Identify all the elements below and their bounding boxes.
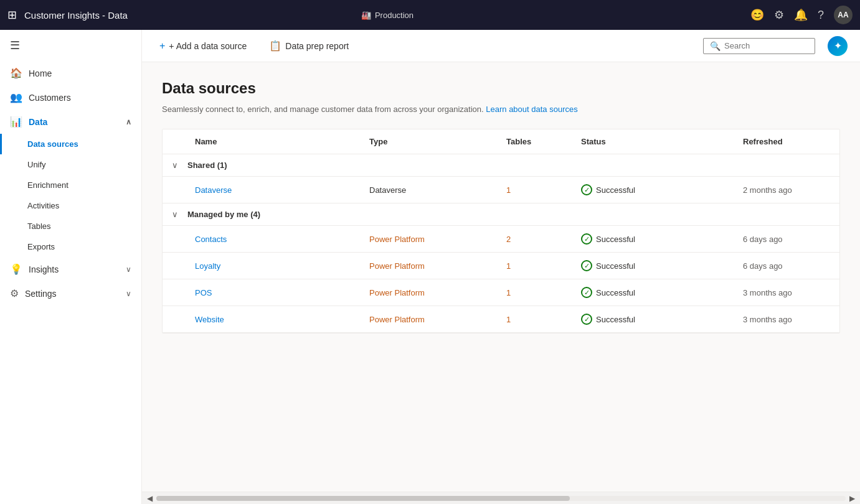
row-status-pos: ✓ Successful [574,287,735,298]
unify-label: Unify [27,160,46,169]
status-icon-contacts: ✓ [581,233,592,245]
insights-expand-icon: ∨ [126,265,131,274]
learn-link[interactable]: Learn about data sources [486,105,577,114]
settings-icon[interactable]: ⚙ [774,8,784,22]
avatar[interactable]: AA [834,6,853,24]
group-shared-label: Shared (1) [187,161,839,170]
data-sources-label: Data sources [27,139,78,149]
sidebar-item-tables[interactable]: Tables [0,216,141,236]
hamburger-button[interactable]: ☰ [0,30,141,61]
page-title: Data sources [162,80,840,97]
row-tables-pos: 1 [499,288,574,297]
table-row: Loyalty Power Platform 1 ✓ Successful 6 … [163,253,839,279]
row-tables-loyalty: 1 [499,261,574,271]
table-row: Website Power Platform 1 ✓ Successful 3 … [163,306,839,333]
env-label: Production [375,11,413,20]
scroll-thumb[interactable] [156,496,570,501]
group-managed-label: Managed by me (4) [187,210,839,219]
toolbar: + + Add a data source 📋 Data prep report… [142,30,860,62]
sidebar-item-home[interactable]: 🏠 Home [0,61,141,85]
col-type[interactable]: Type [362,137,499,146]
topbar-icons: 😊 ⚙ 🔔 ? AA [750,6,853,24]
row-name-contacts[interactable]: Contacts [187,235,362,244]
horizontal-scrollbar: ◀ ▶ [142,492,860,504]
data-icon: 📊 [10,116,22,128]
row-name-dataverse[interactable]: Dataverse [187,185,362,195]
sidebar-item-unify[interactable]: Unify [0,154,141,175]
env-selector[interactable]: 🏭 Production [361,11,413,20]
bell-icon[interactable]: 🔔 [794,8,808,22]
row-type-website: Power Platform [362,315,499,324]
row-tables-dataverse: 1 [499,185,574,195]
enrichment-label: Enrichment [27,180,69,190]
search-box[interactable]: 🔍 [703,38,815,54]
col-expand [163,137,187,146]
status-icon-loyalty: ✓ [581,260,592,271]
sidebar-item-insights[interactable]: 💡 Insights ∨ [0,257,141,281]
sidebar-item-enrichment[interactable]: Enrichment [0,175,141,195]
copilot-button[interactable]: ✦ [828,36,848,56]
search-icon: 🔍 [710,41,721,51]
col-refreshed[interactable]: Refreshed [735,137,840,146]
main-content: Data sources Seamlessly connect to, enri… [142,62,860,492]
topbar: ⊞ Customer Insights - Data 🏭 Production … [0,0,860,30]
sidebar-item-customers[interactable]: 👥 Customers [0,85,141,110]
report-icon: 📋 [269,40,281,52]
group-managed-expand[interactable]: ∨ [163,210,187,219]
col-tables[interactable]: Tables [499,137,574,146]
status-icon-dataverse: ✓ [581,184,592,195]
row-status-loyalty: ✓ Successful [574,260,735,271]
row-name-pos[interactable]: POS [187,288,362,297]
row-type-contacts: Power Platform [362,235,499,244]
status-label-dataverse: Successful [596,185,635,195]
table-row: Dataverse Dataverse 1 ✓ Successful 2 mon… [163,177,839,203]
row-refreshed-dataverse: 2 months ago [735,185,840,195]
table-header: Name Type Tables Status Refreshed [163,129,839,154]
sidebar-item-settings[interactable]: ⚙ Settings ∨ [0,281,141,306]
add-icon: + [159,40,165,52]
row-tables-website: 1 [499,315,574,324]
scroll-track[interactable] [156,496,846,501]
row-name-loyalty[interactable]: Loyalty [187,261,362,271]
status-icon-website: ✓ [581,314,592,325]
sidebar-item-data[interactable]: 📊 Data ∧ [0,110,141,134]
row-name-website[interactable]: Website [187,315,362,324]
sidebar-item-exports[interactable]: Exports [0,236,141,257]
emoji-icon[interactable]: 😊 [750,8,764,22]
row-type-pos: Power Platform [362,288,499,297]
row-status-contacts: ✓ Successful [574,233,735,245]
search-input[interactable] [724,41,808,50]
add-label: + Add a data source [169,41,247,51]
row-status-website: ✓ Successful [574,314,735,325]
data-expand-icon: ∧ [126,118,131,126]
row-type-loyalty: Power Platform [362,261,499,271]
settings-expand-icon: ∨ [126,289,131,298]
row-refreshed-pos: 3 months ago [735,288,840,297]
row-tables-contacts: 2 [499,235,574,244]
scroll-right-arrow[interactable]: ▶ [849,494,855,503]
group-shared-expand[interactable]: ∨ [163,161,187,170]
status-label-pos: Successful [596,288,635,297]
data-prep-report-button[interactable]: 📋 Data prep report [264,36,354,55]
col-status[interactable]: Status [574,137,735,146]
grid-icon[interactable]: ⊞ [7,8,17,22]
exports-label: Exports [27,242,55,251]
row-refreshed-loyalty: 6 days ago [735,261,840,271]
settings-nav-icon: ⚙ [10,287,19,299]
group-managed: ∨ Managed by me (4) [163,203,839,226]
table-row: POS Power Platform 1 ✓ Successful 3 mont… [163,279,839,306]
status-icon-pos: ✓ [581,287,592,298]
status-label-contacts: Successful [596,235,635,244]
data-sources-table: Name Type Tables Status Refreshed ∨ Shar… [162,129,840,334]
sidebar-item-data-sources[interactable]: Data sources [0,134,141,154]
table-row: Contacts Power Platform 2 ✓ Successful 6… [163,226,839,253]
add-data-source-button[interactable]: + + Add a data source [154,37,252,55]
prep-label: Data prep report [285,41,349,51]
help-icon[interactable]: ? [818,9,824,22]
desc-text: Seamlessly connect to, enrich, and manag… [162,105,484,114]
app-title: Customer Insights - Data [24,10,361,21]
sidebar-item-activities[interactable]: Activities [0,195,141,216]
col-name[interactable]: Name [187,137,362,146]
scroll-left-arrow[interactable]: ◀ [147,494,153,503]
env-icon: 🏭 [361,11,371,20]
